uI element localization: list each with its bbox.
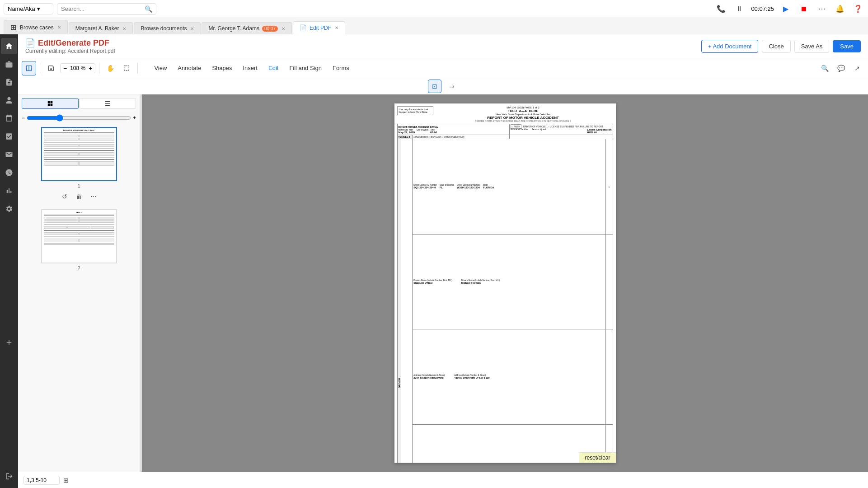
tab-label: Mr. George T. Adams — [208, 25, 259, 32]
crop-tool-button[interactable]: ⊡ — [428, 80, 441, 93]
menu-annotate[interactable]: Annotate — [172, 63, 206, 73]
menu-edit[interactable]: Edit — [263, 63, 284, 73]
sidebar-item-document[interactable] — [1, 74, 17, 90]
driver2-id: W200-123-123-1234 — [457, 186, 480, 189]
tab-label: Edit PDF — [310, 25, 331, 31]
menu-forms[interactable]: Forms — [327, 63, 355, 73]
grid-view-button[interactable] — [22, 98, 79, 109]
driver1-name: Shaquile O'Neal — [413, 282, 452, 284]
bottom-bar: ⊞ — [18, 472, 868, 488]
close-icon[interactable]: ✕ — [190, 26, 194, 31]
close-icon[interactable]: ✕ — [122, 26, 126, 31]
menu-view[interactable]: View — [149, 63, 172, 73]
driver1-id: SQ1-234-234-234-0 — [413, 186, 437, 189]
expand-icon[interactable]: ⊞ — [63, 477, 69, 484]
tab-browse-docs[interactable]: Browse documents ✕ — [134, 22, 201, 34]
sidebar-item-add[interactable] — [1, 334, 17, 351]
play-icon[interactable]: ▶ — [779, 3, 792, 15]
save-as-button[interactable]: Save As — [794, 40, 830, 53]
close-button[interactable]: Close — [762, 40, 790, 53]
thumb-size-slider: − + — [22, 114, 136, 122]
sidebar-item-briefcase[interactable] — [1, 56, 17, 72]
top-bar-right: 📞 ⏸ 00:07:25 ▶ ⏹ ⋯ 🔔 ❓ — [715, 3, 864, 15]
tab-label: Margaret A. Baker — [75, 25, 119, 32]
sidebar-item-calendar[interactable] — [1, 110, 17, 127]
close-icon[interactable]: ✕ — [335, 25, 338, 30]
search-doc-button[interactable]: 🔍 — [817, 61, 832, 75]
thumb-page-number-2: 2 — [77, 265, 80, 272]
sidebar-item-checkbox[interactable] — [1, 128, 17, 145]
more-options-button[interactable]: ⋯ — [88, 191, 99, 202]
accident-time: 07:00 — [430, 131, 437, 134]
size-range-input[interactable] — [27, 114, 131, 122]
thumb-toggle — [22, 98, 136, 109]
bell-icon[interactable]: 🔔 — [834, 3, 846, 15]
form-table: DO NOT FORGET ACCIDENT DATE ▶ Month Day … — [397, 124, 613, 463]
pdf-subtitle: Currently editing: Accident Report.pdf — [25, 48, 115, 54]
share-button[interactable]: ↗ — [850, 61, 864, 75]
thumbnail-2[interactable]: PAGE 2 — [22, 209, 136, 272]
more-options-icon[interactable]: ⋯ — [816, 3, 828, 15]
save-pdf-button[interactable] — [44, 61, 58, 75]
tab-edit-pdf[interactable]: 📄 Edit PDF ✕ — [293, 21, 345, 34]
search-icon[interactable]: 🔍 — [145, 5, 152, 13]
comment-button[interactable]: 💬 — [834, 61, 848, 75]
sidebar — [0, 34, 18, 488]
sidebar-item-logout[interactable] — [1, 468, 17, 484]
zoom-in-icon[interactable]: + — [89, 65, 92, 72]
thumbnail-panel: − + REPORT OF MOTOR VEHICLE ACCIDENT — [18, 94, 140, 472]
pdf-editor-header: 📄 Edit/Generate PDF Currently editing: A… — [18, 34, 868, 58]
menu-insert[interactable]: Insert — [237, 63, 263, 73]
zoom-control[interactable]: − 108 % + — [60, 63, 95, 73]
chevron-down-icon: ▾ — [37, 5, 40, 12]
sidebar-item-chart[interactable] — [1, 183, 17, 199]
sidebar-item-home[interactable] — [1, 38, 17, 54]
selection-tool-button[interactable] — [119, 61, 134, 75]
hand-tool-button[interactable]: ✋ — [103, 61, 117, 75]
delete-page-button[interactable]: 🗑 — [74, 191, 84, 202]
toolbar-menu: View Annotate Shapes Insert Edit Fill an… — [149, 63, 354, 73]
list-view-button[interactable] — [80, 98, 136, 109]
close-icon[interactable]: ✕ — [282, 26, 285, 31]
pdf-content-area[interactable]: Use only for accidents that happen in Ne… — [142, 94, 868, 472]
name-aka-label: Name/Aka — [8, 5, 35, 12]
toolbar-right: 🔍 💬 ↗ — [817, 61, 864, 75]
minus-icon[interactable]: − — [22, 115, 25, 121]
name-aka-dropdown[interactable]: Name/Aka ▾ — [4, 3, 53, 14]
tab-margaret-baker[interactable]: Margaret A. Baker ✕ — [69, 22, 133, 34]
close-icon[interactable]: ✕ — [57, 25, 61, 30]
phone-icon[interactable]: 📞 — [715, 3, 727, 15]
menu-fill-sign[interactable]: Fill and Sign — [284, 63, 327, 73]
stop-icon[interactable]: ⏹ — [798, 3, 810, 15]
sidebar-item-clock[interactable] — [1, 164, 17, 181]
driver2-state: FLORIDA — [483, 186, 494, 189]
plus-icon[interactable]: + — [133, 115, 136, 121]
save-button[interactable]: Save — [833, 40, 861, 52]
toolbar-separator — [40, 63, 40, 74]
panel-toggle-button[interactable] — [22, 61, 36, 75]
pause-icon[interactable]: ⏸ — [733, 3, 746, 15]
sidebar-item-settings[interactable] — [1, 201, 17, 217]
pdf-page-1: Use only for accidents that happen in Ne… — [394, 103, 616, 463]
menu-shapes[interactable]: Shapes — [206, 63, 237, 73]
zoom-out-icon[interactable]: − — [63, 65, 67, 72]
add-document-button[interactable]: + Add Document — [701, 40, 758, 53]
grid-icon: ⊞ — [10, 23, 16, 32]
svg-rect-0 — [124, 66, 129, 70]
pdf-icon: 📄 — [25, 38, 35, 48]
top-bar: Name/Aka ▾ 🔍 📞 ⏸ 00:07:25 ▶ ⏹ ⋯ 🔔 ❓ — [0, 0, 868, 18]
sidebar-item-mail[interactable] — [1, 146, 17, 163]
arrow-tool-button[interactable]: ⇒ — [445, 80, 459, 93]
reset-clear-button[interactable]: reset/clear — [579, 452, 615, 463]
tab-browse-cases[interactable]: ⊞ Browse cases ✕ — [4, 20, 68, 34]
thumbnail-1[interactable]: REPORT OF MOTOR VEHICLE ACCIDENT — [22, 127, 136, 202]
help-icon[interactable]: ❓ — [852, 3, 864, 15]
report-title: REPORT OF MOTOR VEHICLE ACCIDENT — [433, 116, 613, 120]
sidebar-item-person[interactable] — [1, 92, 17, 108]
search-input[interactable] — [61, 5, 143, 12]
tab-george-adams[interactable]: Mr. George T. Adams 00:07 ✕ — [202, 22, 292, 34]
pdf-icon: 📄 — [300, 24, 307, 31]
toolbar-separator-3 — [137, 63, 138, 74]
rotate-left-button[interactable]: ↺ — [59, 191, 70, 202]
page-range-input[interactable] — [23, 476, 60, 485]
